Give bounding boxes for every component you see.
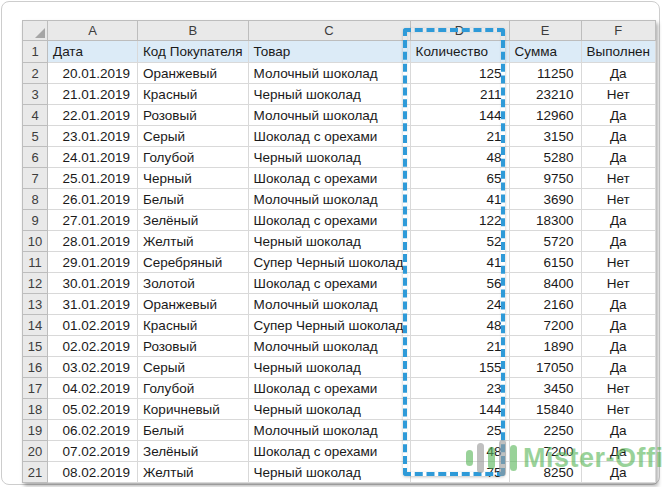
- cell-C3[interactable]: Черный шоколад: [248, 84, 410, 105]
- cell-B9[interactable]: Зелёный: [138, 210, 249, 231]
- cell-B3[interactable]: Красный: [138, 84, 249, 105]
- row-header-20[interactable]: 20: [23, 441, 48, 462]
- cell-F19[interactable]: Да: [581, 420, 656, 441]
- cell-D20[interactable]: 48: [410, 441, 509, 462]
- cell-B18[interactable]: Коричневый: [138, 399, 249, 420]
- cell-C12[interactable]: Шоколад с орехами: [248, 273, 410, 294]
- row-header-6[interactable]: 6: [23, 147, 48, 168]
- row-header-10[interactable]: 10: [23, 231, 48, 252]
- cell-A19[interactable]: 06.02.2019: [48, 420, 138, 441]
- cell-F20[interactable]: Да: [581, 441, 656, 462]
- row-header-11[interactable]: 11: [23, 252, 48, 273]
- cell-F2[interactable]: Да: [581, 63, 656, 84]
- column-header-B[interactable]: B: [138, 21, 249, 41]
- cell-E12[interactable]: 8400: [509, 273, 581, 294]
- cell-E6[interactable]: 5280: [509, 147, 581, 168]
- cell-E9[interactable]: 18300: [509, 210, 581, 231]
- cell-D4[interactable]: 144: [410, 105, 509, 126]
- cell-C9[interactable]: Шоколад с орехами: [248, 210, 410, 231]
- cell-E5[interactable]: 3150: [509, 126, 581, 147]
- cell-E10[interactable]: 5720: [509, 231, 581, 252]
- cell-A7[interactable]: 25.01.2019: [48, 168, 138, 189]
- row-header-9[interactable]: 9: [23, 210, 48, 231]
- cell-A2[interactable]: 20.01.2019: [48, 63, 138, 84]
- cell-E4[interactable]: 12960: [509, 105, 581, 126]
- row-header-1[interactable]: 1: [23, 41, 48, 63]
- cell-B4[interactable]: Розовый: [138, 105, 249, 126]
- cell-A11[interactable]: 29.01.2019: [48, 252, 138, 273]
- cell-E13[interactable]: 2160: [509, 294, 581, 315]
- row-header-16[interactable]: 16: [23, 357, 48, 378]
- cell-B7[interactable]: Черный: [138, 168, 249, 189]
- cell-B17[interactable]: Голубой: [138, 378, 249, 399]
- column-header-C[interactable]: C: [248, 21, 410, 41]
- cell-A5[interactable]: 23.01.2019: [48, 126, 138, 147]
- cell-C2[interactable]: Молочный шоколад: [248, 63, 410, 84]
- cell-C13[interactable]: Молочный шоколад: [248, 294, 410, 315]
- cell-D12[interactable]: 56: [410, 273, 509, 294]
- cell-C14[interactable]: Супер Черный шоколад: [248, 315, 410, 336]
- cell-F12[interactable]: Нет: [581, 273, 656, 294]
- cell-B20[interactable]: Зелёный: [138, 441, 249, 462]
- cell-C5[interactable]: Шоколад с орехами: [248, 126, 410, 147]
- cell-E17[interactable]: 3450: [509, 378, 581, 399]
- cell-D3[interactable]: 211: [410, 84, 509, 105]
- cell-D10[interactable]: 52: [410, 231, 509, 252]
- cell-E15[interactable]: 1890: [509, 336, 581, 357]
- cell-F5[interactable]: Да: [581, 126, 656, 147]
- cell-A12[interactable]: 30.01.2019: [48, 273, 138, 294]
- cell-F18[interactable]: Нет: [581, 399, 656, 420]
- cell-E2[interactable]: 11250: [509, 63, 581, 84]
- cell-F7[interactable]: Нет: [581, 168, 656, 189]
- cell-A14[interactable]: 01.02.2019: [48, 315, 138, 336]
- cell-D11[interactable]: 41: [410, 252, 509, 273]
- cell-C17[interactable]: Шоколад с орехами: [248, 378, 410, 399]
- cell-C11[interactable]: Супер Черный шоколад: [248, 252, 410, 273]
- row-header-2[interactable]: 2: [23, 63, 48, 84]
- select-all-corner[interactable]: [23, 21, 48, 41]
- column-header-D[interactable]: D: [410, 21, 509, 41]
- cell-F11[interactable]: Нет: [581, 252, 656, 273]
- cell-A10[interactable]: 28.01.2019: [48, 231, 138, 252]
- cell-E3[interactable]: 23210: [509, 84, 581, 105]
- cell-F4[interactable]: Да: [581, 105, 656, 126]
- cell-B15[interactable]: Розовый: [138, 336, 249, 357]
- cell-D17[interactable]: 23: [410, 378, 509, 399]
- row-header-8[interactable]: 8: [23, 189, 48, 210]
- cell-C4[interactable]: Молочный шоколад: [248, 105, 410, 126]
- cell-B16[interactable]: Серый: [138, 357, 249, 378]
- cell-A9[interactable]: 27.01.2019: [48, 210, 138, 231]
- cell-B10[interactable]: Желтый: [138, 231, 249, 252]
- row-header-3[interactable]: 3: [23, 84, 48, 105]
- cell-A8[interactable]: 26.01.2019: [48, 189, 138, 210]
- row-header-5[interactable]: 5: [23, 126, 48, 147]
- cell-F8[interactable]: Нет: [581, 189, 656, 210]
- cell-F13[interactable]: Да: [581, 294, 656, 315]
- cell-C21[interactable]: Черный шоколад: [248, 462, 410, 483]
- cell-F6[interactable]: Да: [581, 147, 656, 168]
- row-header-4[interactable]: 4: [23, 105, 48, 126]
- cell-E16[interactable]: 17050: [509, 357, 581, 378]
- row-header-21[interactable]: 21: [23, 462, 48, 483]
- cell-D18[interactable]: 144: [410, 399, 509, 420]
- cell-B5[interactable]: Серый: [138, 126, 249, 147]
- cell-A16[interactable]: 03.02.2019: [48, 357, 138, 378]
- cell-B12[interactable]: Золотой: [138, 273, 249, 294]
- cell-B6[interactable]: Голубой: [138, 147, 249, 168]
- cell-D5[interactable]: 21: [410, 126, 509, 147]
- cell-D2[interactable]: 125: [410, 63, 509, 84]
- cell-D19[interactable]: 25: [410, 420, 509, 441]
- cell-D6[interactable]: 48: [410, 147, 509, 168]
- cell-A18[interactable]: 05.02.2019: [48, 399, 138, 420]
- cell-F17[interactable]: Нет: [581, 378, 656, 399]
- row-header-12[interactable]: 12: [23, 273, 48, 294]
- cell-C20[interactable]: Шоколад с орехами: [248, 441, 410, 462]
- cell-F1[interactable]: Выполнен: [581, 41, 656, 63]
- cell-B1[interactable]: Код Покупателя: [138, 41, 249, 63]
- cell-E18[interactable]: 15840: [509, 399, 581, 420]
- cell-F15[interactable]: Да: [581, 336, 656, 357]
- cell-F16[interactable]: Да: [581, 357, 656, 378]
- cell-C10[interactable]: Черный шоколад: [248, 231, 410, 252]
- cell-B2[interactable]: Оранжевый: [138, 63, 249, 84]
- cell-D1[interactable]: Количество: [410, 41, 509, 63]
